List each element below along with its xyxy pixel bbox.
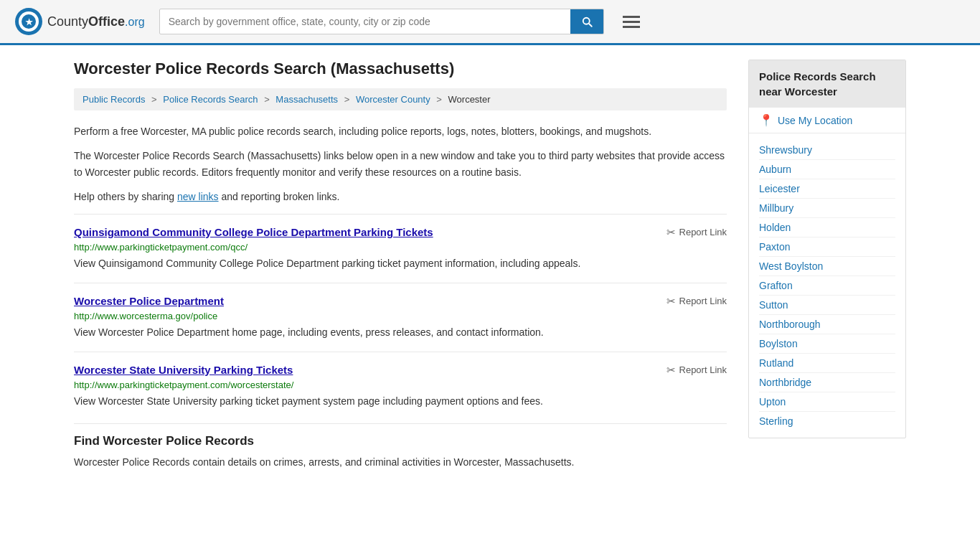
- result-title-2[interactable]: Worcester Police Department: [74, 295, 224, 307]
- sidebar-link-sterling[interactable]: Sterling: [759, 412, 895, 430]
- description-2: The Worcester Police Records Search (Mas…: [74, 148, 727, 180]
- result-item-2: Worcester Police Department ✂ Report Lin…: [74, 283, 727, 352]
- page-title: Worcester Police Records Search (Massach…: [74, 60, 727, 78]
- menu-line: [623, 21, 640, 23]
- result-url-2: http://www.worcesterma.gov/police: [74, 311, 727, 321]
- sidebar-link-boylston[interactable]: Boylston: [759, 334, 895, 354]
- report-link-2[interactable]: ✂ Report Link: [666, 295, 727, 308]
- result-url-1: http://www.parkingticketpayment.com/qcc/: [74, 242, 727, 253]
- find-section-title: Find Worcester Police Records: [74, 434, 727, 448]
- result-title-1[interactable]: Quinsigamond Community College Police De…: [74, 226, 433, 238]
- report-link-1[interactable]: ✂ Report Link: [666, 226, 727, 239]
- result-title-3[interactable]: Worcester State University Parking Ticke…: [74, 364, 293, 376]
- search-bar: [159, 9, 604, 34]
- menu-line: [623, 26, 640, 28]
- sidebar-link-rutland[interactable]: Rutland: [759, 354, 895, 373]
- content-area: Worcester Police Records Search (Massach…: [74, 60, 727, 470]
- sidebar-link-sutton[interactable]: Sutton: [759, 296, 895, 315]
- report-icon-3: ✂: [666, 364, 676, 377]
- report-link-3[interactable]: ✂ Report Link: [666, 364, 727, 377]
- result-header-2: Worcester Police Department ✂ Report Lin…: [74, 295, 727, 308]
- result-item-1: Quinsigamond Community College Police De…: [74, 214, 727, 283]
- breadcrumb-massachusetts[interactable]: Massachusetts: [275, 94, 338, 105]
- sidebar-link-grafton[interactable]: Grafton: [759, 276, 895, 296]
- sidebar: Police Records Search near Worcester 📍 U…: [748, 60, 906, 470]
- logo-link[interactable]: ★ CountyOffice.org: [14, 7, 145, 36]
- breadcrumb: Public Records > Police Records Search >…: [74, 88, 727, 110]
- use-my-location-link[interactable]: 📍 Use My Location: [749, 108, 905, 133]
- breadcrumb-public-records[interactable]: Public Records: [83, 94, 145, 105]
- breadcrumb-police-records-search[interactable]: Police Records Search: [163, 94, 258, 105]
- hamburger-menu-button[interactable]: [618, 11, 644, 32]
- sidebar-link-northborough[interactable]: Northborough: [759, 315, 895, 334]
- menu-line: [623, 16, 640, 18]
- main-container: Worcester Police Records Search (Massach…: [60, 45, 920, 484]
- sidebar-link-holden[interactable]: Holden: [759, 218, 895, 237]
- sidebar-link-shrewsbury[interactable]: Shrewsbury: [759, 141, 895, 160]
- result-header-1: Quinsigamond Community College Police De…: [74, 226, 727, 239]
- result-desc-2: View Worcester Police Department home pa…: [74, 325, 727, 340]
- search-icon: [580, 15, 593, 28]
- sidebar-header: Police Records Search near Worcester: [749, 60, 905, 108]
- result-url-3: http://www.parkingticketpayment.com/worc…: [74, 380, 727, 390]
- result-desc-1: View Quinsigamond Community College Poli…: [74, 256, 727, 271]
- header: ★ CountyOffice.org: [0, 0, 980, 45]
- report-icon-2: ✂: [666, 295, 676, 308]
- sidebar-link-leicester[interactable]: Leicester: [759, 179, 895, 199]
- find-section: Find Worcester Police Records Worcester …: [74, 423, 727, 470]
- find-section-description: Worcester Police Records contain details…: [74, 454, 727, 470]
- logo-icon: ★: [14, 7, 43, 36]
- pin-icon: 📍: [759, 113, 773, 127]
- sidebar-link-auburn[interactable]: Auburn: [759, 160, 895, 179]
- breadcrumb-worcester-county[interactable]: Worcester County: [356, 94, 430, 105]
- sidebar-box: Police Records Search near Worcester 📍 U…: [748, 60, 906, 438]
- description-1: Perform a free Worcester, MA public poli…: [74, 123, 727, 139]
- sidebar-link-west-boylston[interactable]: West Boylston: [759, 257, 895, 276]
- report-icon-1: ✂: [666, 226, 676, 239]
- new-links-link[interactable]: new links: [177, 191, 219, 202]
- logo-text: CountyOffice.org: [47, 14, 145, 29]
- svg-text:★: ★: [25, 17, 33, 27]
- result-desc-3: View Worcester State University parking …: [74, 394, 727, 409]
- result-header-3: Worcester State University Parking Ticke…: [74, 364, 727, 377]
- sidebar-link-northbridge[interactable]: Northbridge: [759, 373, 895, 392]
- sidebar-link-upton[interactable]: Upton: [759, 392, 895, 412]
- search-input[interactable]: [160, 10, 570, 33]
- description-3: Help others by sharing new links and rep…: [74, 189, 727, 204]
- sidebar-link-millbury[interactable]: Millbury: [759, 199, 895, 218]
- sidebar-nearby-links: Shrewsbury Auburn Leicester Millbury Hol…: [749, 133, 905, 438]
- result-item-3: Worcester State University Parking Ticke…: [74, 352, 727, 420]
- breadcrumb-worcester-current: Worcester: [448, 94, 491, 105]
- search-button[interactable]: [570, 9, 603, 34]
- sidebar-link-paxton[interactable]: Paxton: [759, 237, 895, 257]
